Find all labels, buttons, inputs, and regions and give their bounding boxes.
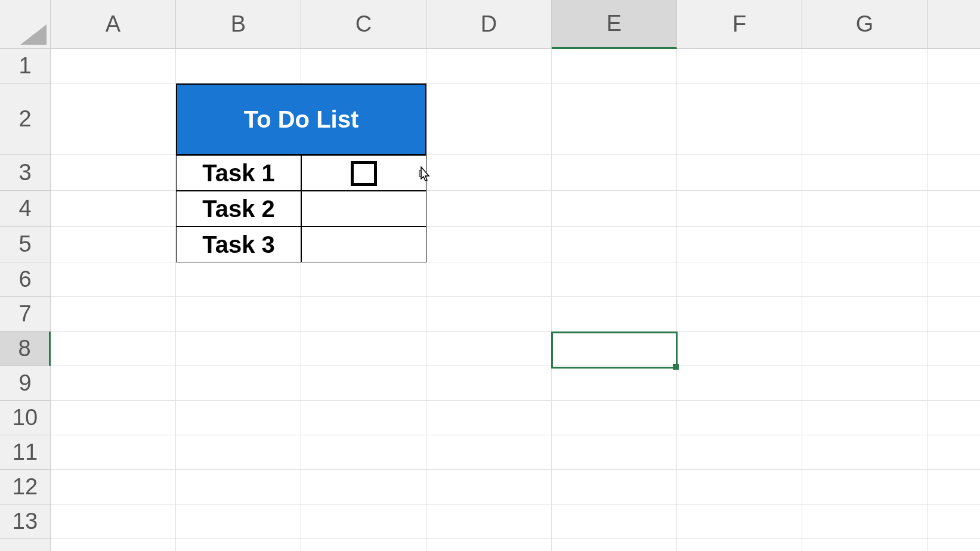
cell[interactable] (928, 83, 980, 155)
todo-list-header[interactable]: To Do List (176, 83, 426, 155)
row-header-13[interactable]: 13 (0, 504, 51, 539)
cell[interactable] (301, 435, 426, 470)
cell[interactable] (301, 504, 426, 539)
cell[interactable] (301, 470, 426, 504)
cell[interactable] (176, 49, 301, 83)
cell[interactable] (176, 401, 301, 435)
cell[interactable] (552, 297, 677, 332)
cell[interactable] (677, 504, 802, 539)
cell[interactable] (51, 332, 176, 366)
cell[interactable] (176, 332, 301, 366)
cell[interactable] (677, 539, 802, 551)
cell[interactable] (928, 332, 980, 366)
cell[interactable] (802, 297, 928, 332)
cell[interactable] (928, 366, 980, 401)
cell[interactable] (176, 297, 301, 332)
row-header-3[interactable]: 3 (0, 155, 51, 191)
column-header-A[interactable]: A (51, 0, 176, 49)
cell[interactable] (802, 366, 928, 401)
cell[interactable] (928, 227, 980, 262)
row-header-7[interactable]: 7 (0, 297, 51, 332)
cell[interactable] (426, 470, 552, 504)
cell[interactable] (802, 470, 928, 504)
cell[interactable] (677, 366, 802, 401)
cell[interactable] (928, 435, 980, 470)
cell[interactable] (51, 401, 176, 435)
cell[interactable] (802, 262, 928, 297)
cell[interactable] (51, 49, 176, 83)
cell[interactable] (552, 155, 677, 191)
cell[interactable] (301, 366, 426, 401)
cell[interactable] (677, 470, 802, 504)
cell[interactable] (51, 435, 176, 470)
cell[interactable] (51, 470, 176, 504)
cell[interactable] (552, 83, 677, 155)
cell[interactable] (802, 401, 928, 435)
cell[interactable] (928, 155, 980, 191)
cell[interactable] (802, 435, 928, 470)
cell[interactable] (301, 539, 426, 551)
task-cell-2[interactable]: Task 2 (176, 191, 301, 227)
cell[interactable] (426, 539, 552, 551)
cell[interactable] (176, 504, 301, 539)
cell[interactable] (426, 191, 552, 227)
cell[interactable] (802, 83, 928, 155)
cell[interactable] (677, 262, 802, 297)
cell[interactable] (176, 435, 301, 470)
row-header-6[interactable]: 6 (0, 262, 51, 297)
cell[interactable] (802, 332, 928, 366)
cell[interactable] (802, 227, 928, 262)
row-header-8[interactable]: 8 (0, 332, 51, 366)
cell[interactable] (176, 262, 301, 297)
cell[interactable] (51, 539, 176, 551)
cell[interactable] (301, 332, 426, 366)
cell[interactable] (426, 504, 552, 539)
cell[interactable] (552, 539, 677, 551)
row-header-extra[interactable] (0, 539, 51, 551)
cell[interactable] (552, 262, 677, 297)
cell[interactable] (677, 401, 802, 435)
cell[interactable] (51, 504, 176, 539)
row-header-4[interactable]: 4 (0, 191, 51, 227)
cell[interactable] (552, 504, 677, 539)
task-status-cell-2[interactable] (301, 191, 426, 227)
cell[interactable] (51, 366, 176, 401)
cell[interactable] (677, 297, 802, 332)
cell[interactable] (426, 227, 552, 262)
cell[interactable] (802, 191, 928, 227)
cell[interactable] (552, 401, 677, 435)
cell[interactable] (802, 49, 928, 83)
cell[interactable] (51, 191, 176, 227)
cell[interactable] (51, 227, 176, 262)
cell[interactable] (552, 191, 677, 227)
cell[interactable] (301, 297, 426, 332)
task-cell-1[interactable]: Task 1 (176, 155, 301, 191)
cell[interactable] (301, 49, 426, 83)
cell[interactable] (928, 470, 980, 504)
cell[interactable] (426, 435, 552, 470)
cell[interactable] (426, 332, 552, 366)
cell[interactable] (426, 83, 552, 155)
cell[interactable] (802, 155, 928, 191)
cell[interactable] (677, 83, 802, 155)
cell[interactable] (928, 262, 980, 297)
cell[interactable] (426, 366, 552, 401)
cell[interactable] (301, 401, 426, 435)
cell[interactable] (552, 332, 677, 366)
cell[interactable] (802, 504, 928, 539)
cell[interactable] (928, 504, 980, 539)
column-header-G[interactable]: G (802, 0, 928, 49)
task-status-cell-3[interactable] (301, 227, 426, 262)
cell[interactable] (51, 83, 176, 155)
cell[interactable] (928, 539, 980, 551)
row-header-2[interactable]: 2 (0, 83, 51, 155)
cell[interactable] (677, 332, 802, 366)
column-header-C[interactable]: C (301, 0, 426, 49)
cell[interactable] (426, 262, 552, 297)
column-header-D[interactable]: D (426, 0, 552, 49)
cell[interactable] (928, 401, 980, 435)
cell[interactable] (552, 49, 677, 83)
column-header-extra[interactable] (928, 0, 980, 49)
cell[interactable] (552, 366, 677, 401)
cell[interactable] (677, 191, 802, 227)
